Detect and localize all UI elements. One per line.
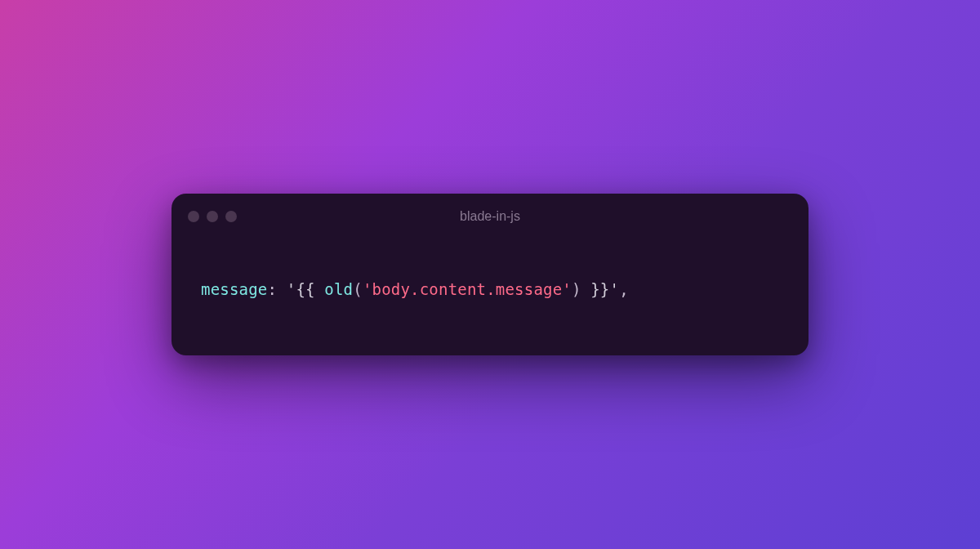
traffic-lights xyxy=(188,211,237,222)
minimize-button[interactable] xyxy=(207,211,218,222)
code-token-function: old xyxy=(324,280,353,298)
code-token-string-close: }}' xyxy=(581,280,620,298)
code-editor[interactable]: message: '{{ old('body.content.message')… xyxy=(172,239,808,355)
code-token-argument: 'body.content.message' xyxy=(363,280,572,298)
window-title: blade-in-js xyxy=(188,209,792,224)
code-token-paren-close: ) xyxy=(572,280,581,298)
code-window: blade-in-js message: '{{ old('body.conte… xyxy=(172,194,808,355)
code-token-paren-open: ( xyxy=(353,280,363,298)
code-token-trailing: , xyxy=(619,280,629,298)
close-button[interactable] xyxy=(188,211,199,222)
code-token-string-open: '{{ xyxy=(287,280,325,298)
maximize-button[interactable] xyxy=(225,211,237,222)
code-token-key: message xyxy=(201,280,267,298)
code-token-colon: : xyxy=(267,280,286,298)
window-titlebar: blade-in-js xyxy=(172,194,808,239)
code-line: message: '{{ old('body.content.message')… xyxy=(201,280,779,298)
